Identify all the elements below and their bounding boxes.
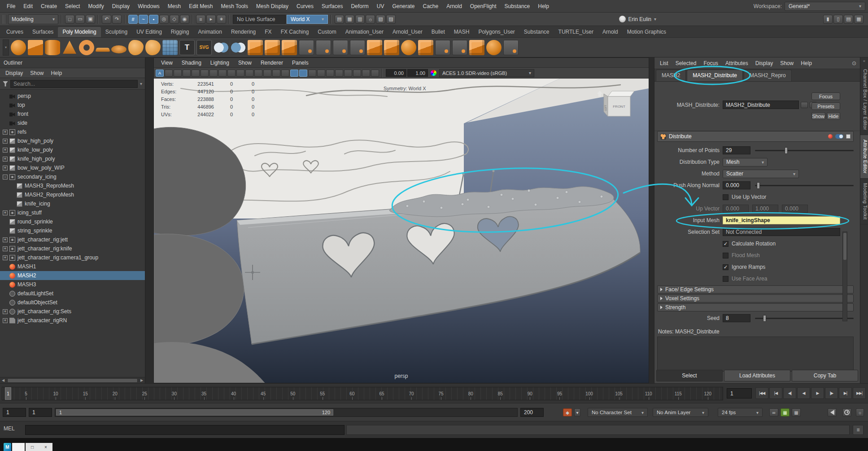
poly-helix-icon[interactable] bbox=[128, 40, 144, 55]
construction-history-icon[interactable]: ∗ bbox=[217, 15, 226, 24]
undo-icon[interactable]: ↶ bbox=[102, 15, 111, 24]
outliner-item[interactable]: + jett_character_rig:Sets bbox=[0, 307, 145, 316]
command-input[interactable] bbox=[25, 425, 345, 435]
playback-start-field[interactable]: 1 bbox=[29, 408, 52, 417]
shelf-tab[interactable]: Animation bbox=[194, 27, 227, 37]
outliner-item[interactable]: defaultLightSet bbox=[0, 289, 145, 298]
step-back-frame-button[interactable]: |◀ bbox=[769, 387, 782, 399]
sidebar-tab[interactable]: Attribute Editor bbox=[860, 135, 868, 179]
menu-item[interactable]: File bbox=[3, 3, 19, 9]
shelf-tab[interactable]: Polygons_User bbox=[474, 27, 519, 37]
key-options-chevron-icon[interactable]: ▾ bbox=[574, 408, 580, 416]
shelf-tab[interactable]: UV Editing bbox=[132, 27, 166, 37]
method-dropdown[interactable]: Scatter bbox=[723, 170, 799, 178]
shelf-tab[interactable]: Arnold bbox=[598, 27, 623, 37]
node-state-icon[interactable] bbox=[828, 134, 833, 139]
outliner-item[interactable]: MASH3_ReproMesh bbox=[0, 181, 145, 190]
step-forward-key-button[interactable]: |▶ bbox=[825, 387, 838, 399]
playback-loop-icon[interactable]: ∞ bbox=[769, 408, 778, 416]
display-layers-icon[interactable]: ▧ bbox=[376, 15, 385, 24]
ipr-render-icon[interactable]: ▥ bbox=[355, 15, 365, 24]
auto-keyframe-icon[interactable]: ▦ bbox=[781, 408, 789, 416]
outliner-item[interactable]: + bow_low_poly_WIP bbox=[0, 163, 145, 172]
input-mesh-field[interactable]: knife_icingShape bbox=[723, 216, 840, 224]
sidebar-tab[interactable]: Channel Box / Layer Editor bbox=[860, 65, 868, 135]
menu-item[interactable]: Display bbox=[108, 3, 134, 9]
outliner-item[interactable]: + knife_low_poly bbox=[0, 145, 145, 154]
multi-cut-icon[interactable] bbox=[316, 40, 331, 55]
attribute-editor-scrollbar[interactable] bbox=[842, 232, 847, 321]
menu-item[interactable]: Edit Mesh bbox=[185, 3, 217, 9]
save-scene-icon[interactable]: ▣ bbox=[86, 15, 95, 24]
outliner-item[interactable]: + bow_high_poly bbox=[0, 136, 145, 145]
viewport-canvas[interactable]: FRONT LEFT Verts: 223541 0 0 bbox=[154, 79, 649, 383]
menu-item[interactable]: Windows bbox=[134, 3, 164, 9]
attribute-editor-menu-item[interactable]: List bbox=[656, 60, 672, 66]
status-grip[interactable] bbox=[3, 15, 6, 24]
extrude-icon[interactable] bbox=[384, 40, 399, 55]
poly-sphere-icon[interactable] bbox=[11, 40, 26, 55]
close-button[interactable]: × bbox=[39, 443, 52, 451]
symmetrize-icon[interactable] bbox=[469, 40, 484, 55]
menu-item[interactable]: Generate bbox=[388, 3, 419, 9]
flood-mesh-checkbox[interactable] bbox=[723, 253, 728, 258]
push-along-normal-field[interactable]: 0.000 bbox=[723, 181, 750, 189]
tool-settings-toggle-icon[interactable]: ▦ bbox=[854, 15, 864, 24]
current-time-marker[interactable]: 1 bbox=[5, 387, 11, 400]
shelf-tab[interactable]: Animation_User bbox=[341, 27, 388, 37]
use-all-lights-icon[interactable] bbox=[308, 70, 316, 77]
expand-toggle[interactable]: + bbox=[3, 318, 8, 323]
select-camera-icon[interactable]: A bbox=[156, 70, 164, 77]
shelf-tab[interactable]: Arnold_User bbox=[388, 27, 427, 37]
attribute-editor-toggle-icon[interactable]: ▤ bbox=[844, 15, 853, 24]
grid-icon[interactable] bbox=[218, 70, 227, 77]
push-along-normal-slider[interactable] bbox=[755, 185, 854, 186]
shelf-tab[interactable]: Substance bbox=[519, 27, 554, 37]
shelf-tab[interactable]: Custom bbox=[313, 27, 340, 37]
make-live-icon[interactable]: ◉ bbox=[180, 15, 189, 24]
collapsed-section-header[interactable]: Strength bbox=[657, 303, 854, 311]
up-vector-z-field[interactable]: 0.000 bbox=[782, 205, 808, 213]
viewport-menu-item[interactable]: Renderer bbox=[256, 60, 288, 66]
bridge-icon[interactable] bbox=[299, 40, 314, 55]
time-slider-track[interactable]: 1 5 10 15 20 25 30 35 40 45 50 55 bbox=[2, 387, 723, 400]
expand-toggle[interactable]: + bbox=[3, 139, 8, 144]
current-frame-field[interactable]: 1 bbox=[727, 388, 752, 398]
new-scene-icon[interactable]: □ bbox=[65, 15, 74, 24]
output-connections-icon[interactable]: ▸ bbox=[206, 15, 216, 24]
menu-item[interactable]: Substance bbox=[501, 3, 534, 9]
screen-space-ao-icon[interactable] bbox=[326, 70, 334, 77]
shelf-tab[interactable]: Rendering bbox=[227, 27, 260, 37]
poly-cylinder-icon[interactable] bbox=[45, 40, 60, 55]
combine-icon[interactable] bbox=[248, 40, 263, 55]
fps-selector[interactable]: 24 fps bbox=[718, 408, 763, 417]
separate-icon[interactable] bbox=[265, 40, 280, 55]
viewport-menu-item[interactable]: Shading bbox=[177, 60, 206, 66]
outliner-item[interactable]: + knife_high_poly bbox=[0, 154, 145, 163]
menu-item[interactable]: UV bbox=[373, 3, 388, 9]
number-of-points-field[interactable]: 29 bbox=[723, 146, 750, 154]
exposure-field[interactable]: 0.00 bbox=[386, 69, 406, 77]
snap-to-point-icon[interactable]: • bbox=[149, 15, 158, 24]
outliner-item[interactable]: + jett_character_rig:camera1_group bbox=[0, 253, 145, 262]
time-editor-icon[interactable] bbox=[842, 408, 851, 416]
notes-textarea[interactable] bbox=[657, 337, 854, 372]
copy-tab-button[interactable]: Copy Tab bbox=[792, 370, 858, 381]
scroll-left-arrow-icon[interactable]: ◀ bbox=[0, 378, 6, 383]
snap-to-curve-icon[interactable]: ~ bbox=[139, 15, 148, 24]
outliner-item[interactable]: MASH2 bbox=[0, 271, 145, 280]
menu-item[interactable]: Modify bbox=[84, 3, 108, 9]
insert-edge-loop-icon[interactable] bbox=[350, 40, 365, 55]
outliner-item[interactable]: string_sprinkle bbox=[0, 226, 145, 235]
field-chart-icon[interactable] bbox=[254, 70, 262, 77]
animation-preferences-icon[interactable]: ☼ bbox=[856, 408, 864, 416]
go-to-end-button[interactable]: ▶▶| bbox=[853, 387, 866, 399]
play-backwards-button[interactable]: ◀ bbox=[797, 387, 810, 399]
selection-set-field[interactable]: Not Connected bbox=[723, 228, 840, 236]
expand-toggle[interactable]: + bbox=[3, 166, 8, 171]
poly-torus-icon[interactable] bbox=[79, 40, 94, 55]
attribute-editor-menu-item[interactable]: Show bbox=[776, 60, 797, 66]
symmetry-selector[interactable]: World X bbox=[287, 15, 328, 24]
play-forwards-button[interactable]: ▶ bbox=[811, 387, 824, 399]
safe-action-icon[interactable] bbox=[263, 70, 271, 77]
